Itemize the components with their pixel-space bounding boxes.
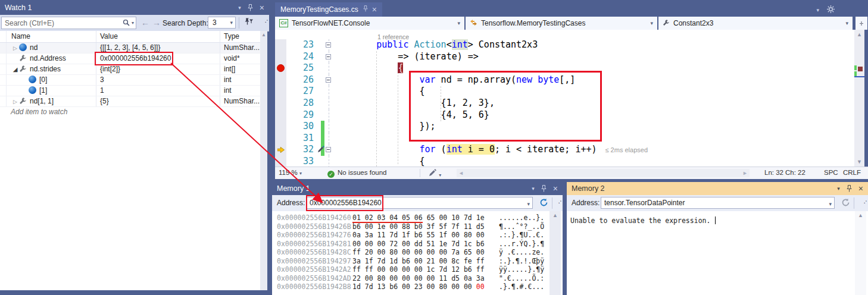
member-dropdown[interactable]: Constant2x3 ▾	[658, 17, 853, 30]
code-line[interactable]: 29 {4, 5, 6}	[275, 109, 854, 121]
code-line[interactable]: 33 {	[275, 156, 854, 167]
memory-row[interactable]: 0x000002556B19426001 02 03 04 05 06 65 0…	[272, 214, 563, 222]
watch-value-cell[interactable]: 1	[96, 86, 220, 96]
code-line[interactable]: 23 public Action<int> Constant2x3	[275, 39, 854, 51]
column-header-value[interactable]: Value	[96, 31, 220, 42]
toolbar-overflow-icon[interactable]: ..	[261, 15, 270, 24]
pin-icon[interactable]	[541, 185, 547, 192]
scroll-right-icon[interactable]: ►	[742, 170, 748, 176]
fold-margin[interactable]	[324, 144, 333, 156]
address-input[interactable]	[307, 197, 524, 208]
column-header-name[interactable]: Name	[7, 31, 96, 42]
issues-indicator[interactable]: ✓No issues found	[327, 169, 386, 178]
fold-margin[interactable]	[324, 62, 333, 74]
memory2-scrollbar[interactable]: ▲	[855, 211, 866, 295]
memory-row[interactable]: 0x000002556B1942973a 1f 7d 1d b6 00 21 0…	[272, 257, 563, 266]
code-line[interactable]: 26 var nd = np.array(new byte[,]	[275, 74, 854, 86]
refresh-icon[interactable]	[841, 198, 850, 209]
watch-search-box[interactable]: ▾	[1, 17, 136, 29]
document-tab[interactable]: MemoryTestingCases.cs ×	[275, 2, 382, 17]
fold-margin[interactable]	[324, 74, 333, 86]
breakpoint-margin[interactable]	[275, 121, 286, 133]
breakpoint-margin[interactable]	[275, 51, 286, 63]
toolbar-overflow-icon[interactable]: ..	[554, 196, 564, 205]
memory-row[interactable]: 0x000002556B19426Bb6 00 1e 00 88 b0 3f 5…	[272, 222, 563, 231]
watch-row[interactable]: nd.Address0x000002556b194260void*	[0, 54, 260, 64]
breakpoint-margin[interactable]	[275, 74, 286, 86]
memory-row[interactable]: 0x000002556B19428100 00 00 72 00 dd 51 1…	[272, 240, 563, 249]
address-input[interactable]	[601, 197, 826, 208]
fold-margin[interactable]	[324, 51, 333, 63]
toolbar-overflow-icon[interactable]: ..	[860, 196, 868, 205]
status-spaces-mode[interactable]: SPC	[824, 169, 838, 176]
close-icon[interactable]: ×	[260, 4, 264, 12]
fold-margin[interactable]	[324, 133, 333, 145]
watch-row[interactable]: [1]1int	[0, 86, 260, 96]
watch-value-cell[interactable]: {int[2]}	[96, 64, 220, 74]
fold-margin[interactable]	[324, 121, 333, 133]
breakpoint-margin[interactable]	[275, 144, 286, 156]
pin-icon[interactable]	[248, 4, 253, 11]
tab-close-icon[interactable]: ×	[372, 5, 377, 14]
scroll-up-icon[interactable]: ▲	[854, 30, 864, 37]
code-line[interactable]: 30 });	[275, 121, 854, 133]
memory-row[interactable]: 0x000002556B1942A2ff ff 00 00 00 00 1c 7…	[272, 265, 563, 274]
window-menu-chevron-icon[interactable]: ▾	[837, 186, 840, 192]
fold-margin[interactable]	[324, 109, 333, 121]
memory-row[interactable]: 0x000002556B19428Cff 20 00 80 00 00 00 0…	[272, 248, 563, 257]
scroll-down-icon[interactable]: ▼	[854, 159, 864, 165]
memory2-titlebar[interactable]: Memory 2 ▾ ×	[567, 182, 868, 195]
add-watch-item-row[interactable]: Add item to watch	[0, 107, 260, 117]
breakpoint-margin[interactable]	[275, 39, 286, 51]
window-menu-chevron-icon[interactable]: ▾	[532, 186, 535, 192]
breakpoint-margin[interactable]	[275, 98, 286, 109]
close-icon[interactable]: ×	[858, 184, 863, 193]
breakpoint-margin[interactable]	[275, 86, 286, 98]
memory-row[interactable]: 0x000002556B1942B81d 7d 13 b6 00 23 00 8…	[272, 283, 563, 291]
watch-row[interactable]: [0]3int	[0, 75, 260, 86]
watch-row[interactable]: ◢nd.strides{int[2]}int[]	[0, 64, 260, 75]
code-line[interactable]: 27 {	[275, 86, 854, 98]
fold-margin[interactable]	[324, 86, 333, 98]
search-back-icon[interactable]: ←	[141, 18, 149, 27]
zoom-level-select[interactable]: 115 % ▾	[279, 169, 302, 176]
close-icon[interactable]: ×	[553, 184, 558, 193]
editor-vertical-scrollbar[interactable]: ▲ ▼	[854, 30, 864, 167]
memory2-view[interactable]: Unable to evaluate the expression.	[567, 211, 868, 295]
document-list-chevron-icon[interactable]: ▾	[816, 7, 819, 13]
fold-margin[interactable]	[324, 156, 333, 167]
code-line[interactable]: 25 {	[275, 62, 854, 74]
watch-scrollbar[interactable]: ▲	[260, 31, 267, 290]
breakpoint-margin[interactable]	[275, 62, 286, 74]
code-editor[interactable]: 1 reference 23 public Action<int> Consta…	[275, 30, 854, 167]
watch-value-cell[interactable]: 0x000002556b194260	[96, 54, 220, 64]
memory-row[interactable]: 0x000002556B1942760a 3a 11 7d 1f b6 55 1…	[272, 231, 563, 240]
breakpoint-margin[interactable]	[275, 109, 286, 121]
watch-value-cell[interactable]: 3	[96, 75, 220, 85]
fold-margin[interactable]	[324, 98, 333, 109]
search-icon[interactable]: ▾	[123, 19, 134, 27]
memory2-address-input[interactable]: ▾	[601, 197, 835, 209]
window-menu-chevron-icon[interactable]: ▾	[238, 5, 241, 11]
memory-row[interactable]: 0x000002556B1942AD22 00 80 00 00 00 00 1…	[272, 274, 563, 283]
refresh-icon[interactable]	[539, 198, 548, 209]
project-dropdown[interactable]: C# TensorFlowNET.Console ▾	[275, 17, 464, 30]
scroll-left-icon[interactable]: ◄	[458, 170, 464, 176]
watch-row[interactable]: ▷nd{[[1, 2, 3], [4, 5, 6]]}NumShar...	[0, 43, 260, 54]
tab-pin-icon[interactable]	[363, 5, 368, 14]
pin-filter-icon[interactable]	[243, 17, 254, 29]
breakpoint-margin[interactable]	[275, 156, 286, 167]
watch-row[interactable]: ▷nd[1, 1]{5}NumShar...	[0, 96, 260, 107]
memory1-titlebar[interactable]: Memory 1 ▾ ×	[272, 182, 563, 195]
watch-grid-header[interactable]: Name Value Type	[0, 31, 260, 43]
horizontal-scrollbar[interactable]: ◄ ►	[457, 169, 750, 177]
memory1-address-input[interactable]: ▾	[306, 197, 533, 209]
code-line[interactable]: 24 => (iterate) =>	[275, 51, 854, 63]
code-line[interactable]: 31	[275, 133, 854, 145]
pin-icon[interactable]	[847, 185, 852, 192]
memory1-scrollbar[interactable]: ▲	[549, 211, 561, 295]
class-dropdown[interactable]: Tensorflow.MemoryTestingCases ▾	[466, 17, 657, 30]
split-editor-button[interactable]	[855, 17, 867, 30]
code-line[interactable]: 32 for (int i = 0; i < iterate; i++)≤ 2m…	[275, 144, 854, 156]
search-input[interactable]	[2, 17, 115, 29]
